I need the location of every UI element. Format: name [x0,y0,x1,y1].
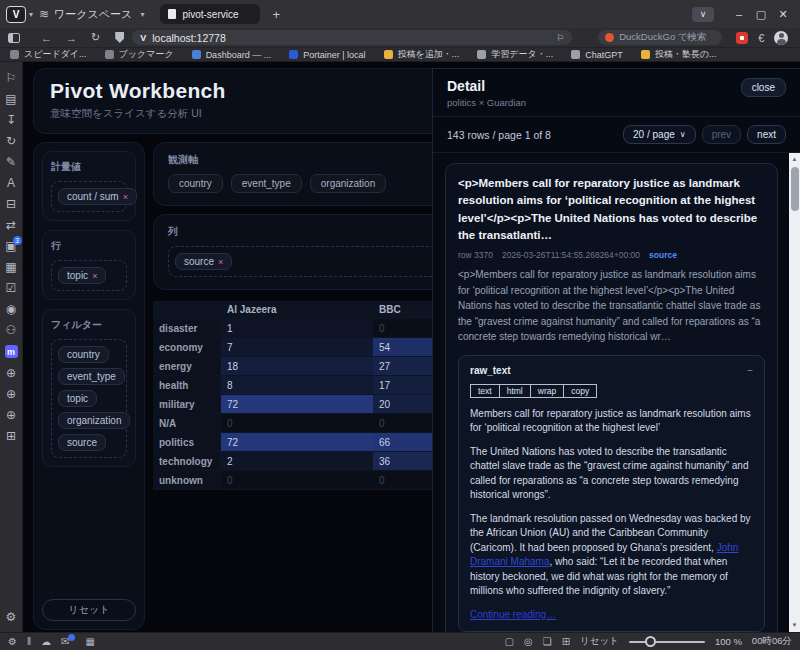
next-page-button[interactable]: next [747,125,786,144]
page-actions-icon[interactable]: ❏ [543,636,552,647]
shield-icon[interactable] [115,32,124,43]
settings-gear-icon[interactable]: ⚙ [6,610,17,624]
bookmark-item[interactable]: スピードダイ... [10,48,87,61]
mastodon-webpanel-icon[interactable]: m [5,345,18,358]
raw-text-header[interactable]: raw_text − [470,365,753,376]
currency-extension-icon[interactable]: € [758,32,764,44]
calendar-status-icon[interactable]: ▦ [86,636,95,647]
bookmarks-panel-icon[interactable]: ⚐ [6,72,17,84]
tasks-panel-icon[interactable]: ☑ [6,282,17,294]
vivaldi-menu-button[interactable]: V [6,6,26,23]
bookmark-item[interactable]: 学習データ・... [477,48,553,61]
reset-button[interactable]: リセット [42,599,136,621]
forward-button[interactable]: → [66,32,77,44]
filter-chip-topic[interactable]: topic [58,390,97,407]
chip-remove-icon[interactable]: × [123,192,128,202]
tab-pivot-service[interactable]: pivot-service [160,4,260,24]
windows-panel-icon[interactable]: ▣3 [5,240,16,252]
pivot-cell[interactable]: 18 [221,357,373,376]
webpanel-globe-icon[interactable]: ⊕ [6,388,16,400]
back-button[interactable]: ← [41,32,52,44]
workspace-switcher[interactable]: ≋ ワークスペース ▾ [39,7,150,22]
pause-icon[interactable]: ‖ [27,636,31,647]
window-dropdown-button[interactable]: ∨ [692,7,714,22]
maximize-button[interactable]: ▢ [750,8,772,21]
bookmark-item[interactable]: Portainer | local [289,50,365,60]
bookmark-item[interactable]: 投稿・塾長の... [641,48,717,61]
pivot-cell[interactable]: 0 [221,471,373,490]
notes-panel-icon[interactable]: ✎ [6,156,16,168]
chip-count-sum[interactable]: count / sum× [58,188,137,205]
scroll-down-icon[interactable]: ▼ [789,620,800,631]
collapse-icon[interactable]: − [747,365,753,376]
reading-list-panel-icon[interactable]: ▤ [5,93,16,105]
chip-remove-icon[interactable]: × [92,271,97,281]
rows-dropzone[interactable]: topic× [51,260,127,291]
feeds-panel-icon[interactable]: ◉ [6,303,16,315]
wrap-toggle-button[interactable]: wrap [530,384,564,398]
tiling-icon[interactable]: ⊞ [562,636,570,647]
axis-chip-organization[interactable]: organization [310,174,386,193]
detail-scroll-area[interactable]: <p>Members call for reparatory justice a… [433,153,800,632]
sync-cloud-icon[interactable]: ☁ [41,636,51,647]
detail-scrollbar[interactable]: ▲ ▼ [789,153,800,632]
zoom-slider-thumb[interactable] [645,636,656,647]
webpanel-globe-icon[interactable]: ⊕ [6,409,16,421]
calendar-panel-icon[interactable]: ▦ [5,261,16,273]
measures-dropzone[interactable]: count / sum× [51,181,127,212]
copy-button[interactable]: copy [563,384,597,398]
filter-chip-organization[interactable]: organization [58,412,130,429]
capture-icon[interactable]: ◎ [524,636,533,647]
sync-panel-icon[interactable]: ⇄ [6,219,16,231]
reload-button[interactable]: ↻ [91,31,100,44]
profile-avatar[interactable] [774,31,788,45]
prev-page-button[interactable]: prev [702,125,741,144]
pivot-cell[interactable]: 72 [221,395,373,414]
search-field[interactable]: DuckDuckGo で検索 [598,30,722,45]
history-panel-icon[interactable]: ↻ [6,135,16,147]
zoom-slider[interactable] [629,641,705,643]
chip-remove-icon[interactable]: × [218,257,223,267]
pivot-cell[interactable]: 2 [221,452,373,471]
translate-panel-icon[interactable]: A [7,177,15,189]
sessions-panel-icon[interactable]: ⊟ [6,198,16,210]
filter-chip-source[interactable]: source [58,434,106,451]
webpanel-globe-icon[interactable]: ⊕ [6,367,16,379]
downloads-panel-icon[interactable]: ↧ [6,114,16,126]
record-source-link[interactable]: source [649,250,677,260]
bookmark-item[interactable]: ChatGPT [571,50,623,60]
chip-topic[interactable]: topic× [58,267,106,284]
filter-chip-event-type[interactable]: event_type [58,368,125,385]
panel-toggle-icon[interactable] [8,33,20,43]
contacts-panel-icon[interactable]: ⚇ [6,324,17,336]
new-tab-button[interactable]: + [272,7,280,22]
status-settings-icon[interactable]: ⚙ [8,636,17,647]
axis-chip-event-type[interactable]: event_type [231,174,302,193]
scrollbar-thumb[interactable] [791,167,799,211]
pivot-cell[interactable]: 0 [221,414,373,433]
bookmark-page-icon[interactable]: ⚐ [556,33,564,43]
bookmark-item[interactable]: Dashboard — ... [192,50,272,60]
html-mode-button[interactable]: html [499,384,531,398]
extension-icon[interactable] [736,32,748,44]
pivot-cell[interactable]: 7 [221,338,373,357]
continue-reading-link[interactable]: Continue reading… [470,609,556,620]
text-mode-button[interactable]: text [470,384,500,398]
pivot-cell[interactable]: 1 [221,319,373,338]
pivot-cell[interactable]: 72 [221,433,373,452]
zoom-reset-label[interactable]: リセット [580,635,619,648]
url-field[interactable]: V localhost:12778 ⚐ [132,30,572,45]
filters-dropzone[interactable]: country event_type topic organization so… [51,339,127,458]
break-mode-icon[interactable]: ▢ [504,636,513,647]
filter-chip-country[interactable]: country [58,346,109,363]
axis-chip-country[interactable]: country [168,174,223,193]
bookmark-item[interactable]: ブックマーク [105,48,174,61]
scroll-up-icon[interactable]: ▲ [789,154,800,165]
pivot-cell[interactable]: 8 [221,376,373,395]
chip-source[interactable]: source× [175,253,232,270]
close-detail-button[interactable]: close [741,78,786,97]
add-webpanel-icon[interactable]: ⊞ [6,430,16,442]
close-window-button[interactable]: ✕ [772,8,794,21]
minimize-button[interactable]: – [728,8,750,20]
page-size-select[interactable]: 20 / page∨ [623,125,696,144]
